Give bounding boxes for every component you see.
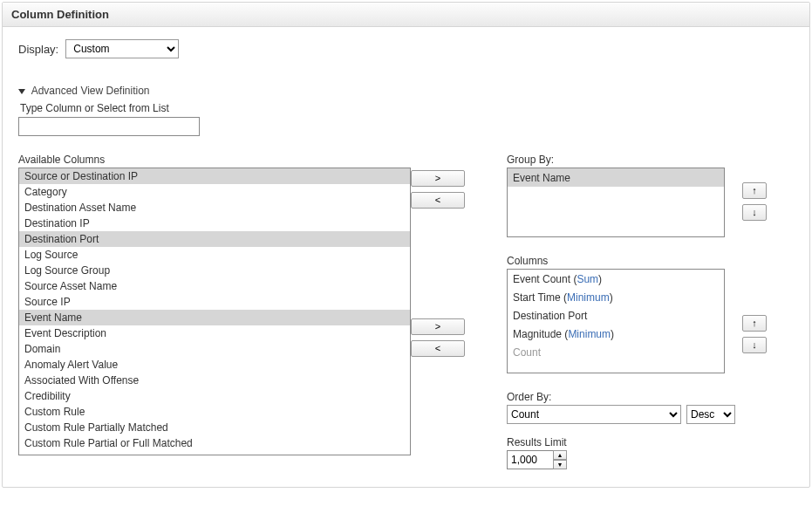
available-item[interactable]: Log Source: [19, 247, 410, 263]
chevron-down-icon: [18, 89, 25, 94]
available-item[interactable]: Custom Rule Partial or Full Matched: [19, 435, 410, 451]
type-column-input[interactable]: [18, 117, 200, 136]
move-buttons-column: > < > <: [411, 154, 507, 359]
panel-title: Column Definition: [3, 3, 809, 27]
results-limit-label: Results Limit: [507, 436, 794, 448]
columns-block: Event Count (Sum)Start Time (Minimum)Des…: [507, 269, 794, 373]
columns-listbox[interactable]: Event Count (Sum)Start Time (Minimum)Des…: [507, 269, 725, 373]
available-item[interactable]: Associated With Offense: [19, 373, 410, 388]
add-to-columns-button[interactable]: >: [411, 318, 465, 335]
columns-item[interactable]: Destination Port: [508, 306, 724, 325]
columns-area: Available Columns Source or Destination …: [18, 154, 794, 469]
available-item[interactable]: Category: [19, 184, 410, 200]
right-column: Group By: Event Name ↑ ↓ Columns Event C…: [507, 154, 794, 469]
display-row: Display: Custom: [18, 39, 794, 58]
display-select[interactable]: Custom: [65, 39, 179, 58]
display-label: Display:: [18, 43, 58, 56]
remove-from-groupby-button[interactable]: <: [411, 192, 465, 209]
available-item[interactable]: Event Name: [19, 310, 410, 325]
available-item[interactable]: Destination Asset Name: [19, 200, 410, 216]
available-item[interactable]: Custom Rule: [19, 404, 410, 420]
available-item[interactable]: Credibility: [19, 388, 410, 404]
columns-move-buttons: > <: [411, 316, 507, 359]
available-item[interactable]: Custom Rule Partially Matched: [19, 420, 410, 435]
results-limit-spinner: ▲▼: [553, 450, 567, 469]
type-column-label: Type Column or Select from List: [20, 102, 794, 114]
columns-item[interactable]: Magnitude (Minimum): [508, 325, 724, 343]
available-item[interactable]: Event Description: [19, 325, 410, 341]
orderby-select[interactable]: Count: [507, 405, 681, 424]
orderby-section: Order By: Count Desc: [507, 391, 794, 424]
panel-body: Display: Custom Advanced View Definition…: [3, 27, 809, 487]
available-columns-label: Available Columns: [18, 154, 411, 166]
groupby-block: Event Name ↑ ↓: [507, 168, 794, 237]
groupby-label: Group By:: [507, 154, 794, 166]
available-item[interactable]: Log Source Group: [19, 263, 410, 278]
groupby-move-up-button[interactable]: ↑: [742, 182, 767, 199]
available-columns-listbox[interactable]: Source or Destination IPCategoryDestinat…: [18, 168, 411, 455]
groupby-move-down-button[interactable]: ↓: [742, 204, 767, 221]
columns-item[interactable]: Start Time (Minimum): [508, 288, 724, 306]
available-item[interactable]: Anomaly Alert Value: [19, 357, 410, 373]
results-limit-down-button[interactable]: ▼: [553, 460, 567, 469]
orderby-direction-select[interactable]: Desc: [686, 405, 735, 424]
available-item[interactable]: Domain: [19, 341, 410, 357]
results-limit-input[interactable]: [507, 450, 554, 469]
groupby-listbox[interactable]: Event Name: [507, 168, 725, 237]
available-item[interactable]: Destination IP: [19, 216, 410, 231]
columns-move-down-button[interactable]: ↓: [742, 337, 767, 353]
groupby-move-buttons: > <: [411, 168, 507, 211]
column-definition-panel: Column Definition Display: Custom Advanc…: [2, 2, 810, 488]
available-item[interactable]: Source IP: [19, 294, 410, 310]
available-columns-section: Available Columns Source or Destination …: [18, 154, 411, 455]
orderby-label: Order By:: [507, 391, 794, 403]
advanced-view-label: Advanced View Definition: [31, 85, 150, 97]
columns-updown: ↑ ↓: [742, 312, 767, 356]
remove-from-columns-button[interactable]: <: [411, 340, 465, 357]
columns-move-up-button[interactable]: ↑: [742, 315, 767, 332]
columns-item[interactable]: Count: [508, 343, 724, 361]
available-item[interactable]: Destination MAC: [19, 451, 410, 455]
orderby-row: Count Desc: [507, 405, 794, 424]
groupby-item[interactable]: Event Name: [508, 168, 724, 187]
columns-label: Columns: [507, 255, 794, 267]
available-item[interactable]: Destination Port: [19, 231, 410, 247]
available-item[interactable]: Source Asset Name: [19, 278, 410, 294]
results-limit-section: Results Limit ▲▼: [507, 436, 794, 469]
available-item[interactable]: Source or Destination IP: [19, 168, 410, 184]
add-to-groupby-button[interactable]: >: [411, 170, 465, 187]
results-limit-up-button[interactable]: ▲: [553, 450, 567, 460]
columns-item[interactable]: Event Count (Sum): [508, 270, 724, 288]
groupby-updown: ↑ ↓: [742, 180, 767, 223]
advanced-view-toggle[interactable]: Advanced View Definition: [18, 85, 794, 97]
